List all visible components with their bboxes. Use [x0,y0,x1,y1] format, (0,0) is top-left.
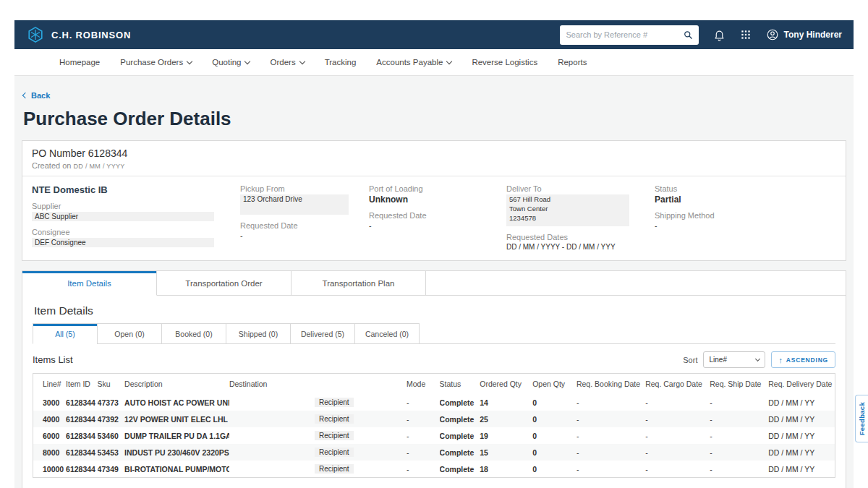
filter-tab-shipped-0[interactable]: Shipped (0) [226,323,291,344]
nav-item-accounts-payable[interactable]: Accounts Payable [372,55,456,69]
cell-description: DUMP TRAILER PU DA 1.1GAL TANK [124,427,229,444]
brand-name: C.H. ROBINSON [51,30,131,40]
destination-value: Recipient [315,414,354,424]
main-nav: HomepagePurchase OrdersQuotingOrdersTrac… [14,49,854,76]
pickup-requested-date-label: Requested Date [240,221,369,230]
status-column: Status Partial Shipping Method - [655,183,836,251]
tab-transportation-order[interactable]: Transportation Order [157,271,292,296]
column-header-line: Line# [33,374,67,395]
nav-item-label: Homepage [59,58,100,67]
column-header-req-booking-date: Req. Booking Date [576,374,645,395]
requested-dates-label: Requested Dates [506,233,655,241]
header-actions: Tony Hinderer [560,25,842,45]
feedback-button[interactable]: Feedback [855,395,868,442]
deliver-to-column: Deliver To 567 Hill Road Town Center 123… [506,183,655,251]
notifications-bell-icon[interactable] [713,29,726,41]
cell-destination: Recipient [229,461,407,478]
status-filter-strip: All (5)Open (0)Booked (0)Shipped (0)Deli… [33,323,835,344]
column-header-sku: Sku [98,374,124,395]
po-summary-fields: NTE Domestic IB Supplier ABC Supplier Co… [22,176,846,260]
user-avatar-icon [766,28,779,41]
shipping-method-label: Shipping Method [655,211,836,220]
destination-value: Recipient [315,398,354,407]
cell-mode: - [407,411,440,427]
nav-item-purchase-orders[interactable]: Purchase Orders [116,55,196,69]
search-input[interactable] [566,30,683,39]
nav-item-quoting[interactable]: Quoting [208,55,254,69]
sort-label: Sort [683,356,697,364]
cell-item_id: 6128344 [66,444,98,461]
filter-tab-delivered-5[interactable]: Delivered (5) [290,323,355,344]
cell-req_ship_date: - [710,411,768,427]
nav-item-tracking[interactable]: Tracking [320,55,361,69]
feedback-label: Feedback [858,402,866,435]
column-header-status: Status [440,374,480,395]
search-icon[interactable] [683,30,694,40]
cell-req_delivery_date: DD / MM / YY [768,444,835,461]
page-title: Purchase Order Details [23,108,846,130]
supplier-label: Supplier [32,202,240,210]
table-row: 8000612834453453INDUST PU 230/460V 2320P… [33,444,835,461]
chevron-down-icon [755,356,760,361]
cell-status: Complete [440,427,480,444]
details-tabs-card: Item DetailsTransportation OrderTranspor… [22,270,846,488]
cell-sku: 47392 [98,411,124,427]
user-menu[interactable]: Tony Hinderer [766,28,842,41]
cell-sku: 53460 [98,427,124,444]
cell-req_ship_date: - [710,427,768,444]
nav-item-orders[interactable]: Orders [265,55,308,69]
cell-status: Complete [440,394,480,411]
column-header-ordered-qty: Ordered Qty [480,374,532,395]
cell-req_booking_date: - [576,444,645,461]
filter-tab-booked-0[interactable]: Booked (0) [161,323,226,344]
cell-open_qty: 0 [532,461,576,478]
items-table: Line#Item IDSkuDescriptionDestinationMod… [33,373,835,478]
port-of-loading-value: Unknown [369,194,506,205]
filter-tab-open-0[interactable]: Open (0) [97,323,162,344]
column-header-req-delivery-date: Req. Delivery Date [768,374,835,395]
sort-direction-button[interactable]: ↑ ASCENDING [771,351,835,368]
sort-select[interactable]: Line# [703,351,765,368]
cell-req_booking_date: - [576,427,645,444]
cell-destination: Recipient [229,427,407,444]
cell-ordered_qty: 19 [480,427,532,444]
nav-item-reverse-logistics[interactable]: Reverse Logistics [467,55,542,69]
sort-controls: Sort Line# ↑ ASCENDING [683,351,835,368]
cell-destination: Recipient [229,411,407,427]
requested-dates-value: DD / MM / YYYY - DD / MM / YYY [506,243,655,251]
cell-ordered_qty: 18 [480,461,532,478]
cell-open_qty: 0 [532,411,576,427]
table-row: 400061283444739212V POWER UNIT ELEC LHL … [33,411,835,427]
cell-line: 4000 [33,411,67,427]
nav-item-homepage[interactable]: Homepage [55,55,104,69]
nav-item-reports[interactable]: Reports [553,55,591,69]
cell-open_qty: 0 [532,427,576,444]
cell-description: BI-ROTATIONAL PUMP/MOTOR [124,461,229,478]
created-on: Created on DD / MM / YYYY [32,161,836,170]
cell-ordered_qty: 14 [480,394,532,411]
cell-req_booking_date: - [576,411,645,427]
cell-item_id: 6128344 [66,411,98,427]
brand-logo[interactable]: C.H. ROBINSON [26,25,131,44]
cell-mode: - [407,394,440,411]
filter-tab-all-5[interactable]: All (5) [33,323,98,344]
cell-req_delivery_date: DD / MM / YY [768,427,835,444]
column-header-destination: Destination [229,374,407,395]
tab-item-details[interactable]: Item Details [22,271,157,296]
cell-sku: 47373 [98,394,124,411]
back-link[interactable]: Back [23,91,50,100]
cell-req_delivery_date: DD / MM / YY [768,411,835,427]
app-grid-icon[interactable] [740,29,752,40]
cell-description: INDUST PU 230/460V 2320PSI 15 [124,444,229,461]
chevron-down-icon [244,58,250,64]
back-label: Back [31,91,50,100]
cell-line: 10000 [33,461,67,478]
cell-description: AUTO HOIST AC POWER UNIT 230V [124,394,229,411]
tab-transportation-plan[interactable]: Transportation Plan [292,271,426,296]
consignee-label: Consignee [32,228,240,236]
table-row: 3000612834447373AUTO HOIST AC POWER UNIT… [33,394,835,411]
main-tab-strip: Item DetailsTransportation OrderTranspor… [22,271,846,296]
cell-status: Complete [440,461,480,478]
filter-tab-canceled-0[interactable]: Canceled (0) [354,323,420,344]
main-content: Back Purchase Order Details PO Number 61… [14,76,854,488]
